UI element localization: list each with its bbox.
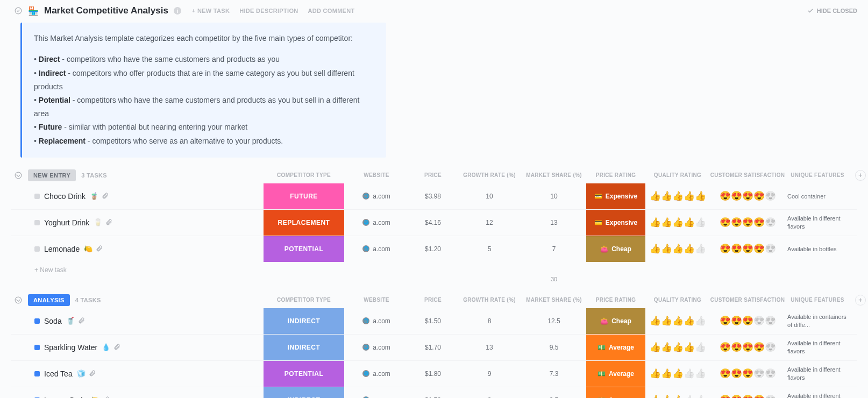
website-link[interactable]: 🌐a.com: [345, 370, 408, 378]
growth-rate-cell[interactable]: 8: [457, 394, 522, 398]
customer-satisfaction[interactable]: [711, 342, 784, 353]
attachment-icon[interactable]: [96, 245, 103, 252]
status-pill[interactable]: NEW ENTRY: [28, 169, 76, 181]
hide-closed-button[interactable]: HIDE CLOSED: [807, 8, 857, 14]
website-link[interactable]: 🌐a.com: [345, 344, 408, 351]
task-row[interactable]: Yoghurt Drink🥛REPLACEMENT🌐a.com$4.161213…: [11, 209, 857, 236]
competitor-type-badge[interactable]: INDIRECT: [264, 387, 344, 398]
quality-rating[interactable]: [646, 243, 709, 254]
quality-rating[interactable]: [646, 368, 709, 379]
task-row[interactable]: Sparkling Water💧INDIRECT🌐a.com$1.70139.5…: [11, 334, 857, 360]
competitor-type-badge[interactable]: FUTURE: [264, 183, 344, 209]
competitor-type-badge[interactable]: POTENTIAL: [264, 361, 344, 387]
price-cell[interactable]: $4.16: [409, 217, 457, 229]
task-name[interactable]: Sparkling Water: [44, 343, 97, 352]
unique-features-cell[interactable]: Available in different containe...: [785, 390, 850, 398]
unique-features-cell[interactable]: Available in different flavors: [785, 364, 850, 383]
attachment-icon[interactable]: [89, 370, 96, 377]
task-row[interactable]: Lemon Soda🍋INDIRECT🌐a.com$1.7383.7💵Avera…: [11, 387, 857, 398]
collapse-icon[interactable]: [14, 6, 23, 15]
website-link[interactable]: 🌐a.com: [345, 193, 408, 200]
add-comment-button[interactable]: ADD COMMENT: [308, 8, 354, 14]
price-cell[interactable]: $1.73: [409, 394, 457, 398]
attachment-icon[interactable]: [78, 317, 85, 324]
customer-satisfaction[interactable]: [711, 243, 784, 254]
new-task-row[interactable]: + New task: [11, 262, 857, 276]
quality-rating[interactable]: [646, 315, 709, 326]
attachment-icon[interactable]: [102, 193, 109, 200]
task-status-square[interactable]: [34, 345, 40, 350]
attachment-icon[interactable]: [105, 219, 112, 226]
competitor-type-badge[interactable]: REPLACEMENT: [264, 210, 344, 236]
customer-satisfaction[interactable]: [711, 217, 784, 228]
task-name[interactable]: Soda: [44, 317, 62, 325]
price-rating-badge[interactable]: 👛Cheap: [586, 308, 645, 334]
price-rating-badge[interactable]: 💵Average: [586, 335, 645, 360]
task-name[interactable]: Iced Tea: [44, 369, 73, 378]
group-collapse-icon[interactable]: [14, 296, 23, 304]
price-rating-badge[interactable]: 💵Average: [586, 361, 645, 387]
price-rating-badge[interactable]: 💵Average: [586, 387, 645, 398]
price-cell[interactable]: $3.98: [409, 190, 457, 202]
website-link[interactable]: 🌐a.com: [345, 245, 408, 253]
growth-rate-cell[interactable]: 5: [457, 243, 522, 255]
task-status-square[interactable]: [34, 318, 40, 324]
growth-rate-cell[interactable]: 13: [457, 342, 522, 353]
unique-features-cell[interactable]: Available in containers of diffe...: [785, 311, 850, 331]
growth-rate-cell[interactable]: 9: [457, 368, 522, 380]
market-share-cell[interactable]: 7: [522, 243, 586, 255]
unique-features-cell[interactable]: Available in different flavors: [785, 212, 850, 232]
growth-rate-cell[interactable]: 8: [457, 315, 522, 327]
price-cell[interactable]: $1.20: [409, 243, 457, 255]
info-icon[interactable]: i: [174, 7, 181, 15]
price-cell[interactable]: $1.70: [409, 342, 457, 353]
market-share-cell[interactable]: 10: [522, 190, 586, 202]
status-pill[interactable]: ANALYSIS: [28, 294, 70, 306]
add-column-button[interactable]: +: [855, 295, 866, 305]
unique-features-cell[interactable]: Available in bottles: [785, 243, 850, 255]
add-column-button[interactable]: +: [855, 170, 866, 181]
task-status-square[interactable]: [34, 220, 40, 225]
unique-features-cell[interactable]: Available in different flavors: [785, 337, 850, 357]
customer-satisfaction[interactable]: [711, 368, 784, 379]
task-name[interactable]: Choco Drink: [44, 192, 86, 201]
task-row[interactable]: Iced Tea🧊POTENTIAL🌐a.com$1.8097.3💵Averag…: [11, 360, 857, 387]
quality-rating[interactable]: [646, 190, 709, 202]
competitor-type-badge[interactable]: INDIRECT: [264, 335, 344, 360]
price-cell[interactable]: $1.50: [409, 315, 457, 327]
customer-satisfaction[interactable]: [711, 394, 784, 398]
growth-rate-cell[interactable]: 12: [457, 217, 522, 229]
market-share-cell[interactable]: 9.5: [522, 342, 586, 353]
quality-rating[interactable]: [646, 394, 709, 398]
website-link[interactable]: 🌐a.com: [345, 317, 408, 325]
market-share-cell[interactable]: 12.5: [522, 315, 586, 327]
unique-features-cell[interactable]: Cool container: [785, 190, 850, 202]
task-name[interactable]: Lemon Soda: [44, 396, 87, 398]
competitor-type-badge[interactable]: POTENTIAL: [264, 236, 344, 262]
market-share-cell[interactable]: 7.3: [522, 368, 586, 380]
hide-description-button[interactable]: HIDE DESCRIPTION: [239, 8, 298, 14]
price-rating-badge[interactable]: 👛Cheap: [586, 236, 645, 262]
task-status-square[interactable]: [34, 246, 40, 252]
task-row[interactable]: Lemonade🍋POTENTIAL🌐a.com$1.2057👛CheapAva…: [11, 236, 857, 262]
task-status-square[interactable]: [34, 371, 40, 376]
price-rating-badge[interactable]: 💳Expensive: [586, 183, 645, 209]
growth-rate-cell[interactable]: 10: [457, 190, 522, 202]
task-status-square[interactable]: [34, 194, 40, 199]
task-row[interactable]: Soda🥤INDIRECT🌐a.com$1.50812.5👛CheapAvail…: [11, 308, 857, 334]
new-task-button[interactable]: + NEW TASK: [192, 8, 230, 14]
customer-satisfaction[interactable]: [711, 190, 784, 202]
quality-rating[interactable]: [646, 217, 709, 228]
market-share-cell[interactable]: 13: [522, 217, 586, 229]
website-link[interactable]: 🌐a.com: [345, 219, 408, 226]
customer-satisfaction[interactable]: [711, 315, 784, 326]
attachment-icon[interactable]: [113, 344, 120, 351]
task-name[interactable]: Lemonade: [44, 245, 80, 253]
market-share-cell[interactable]: 3.7: [522, 394, 586, 398]
competitor-type-badge[interactable]: INDIRECT: [264, 308, 344, 334]
group-collapse-icon[interactable]: [14, 171, 23, 180]
price-rating-badge[interactable]: 💳Expensive: [586, 210, 645, 236]
task-name[interactable]: Yoghurt Drink: [44, 218, 89, 227]
task-row[interactable]: Choco Drink🧋FUTURE🌐a.com$3.981010💳Expens…: [11, 183, 857, 209]
price-cell[interactable]: $1.80: [409, 368, 457, 380]
